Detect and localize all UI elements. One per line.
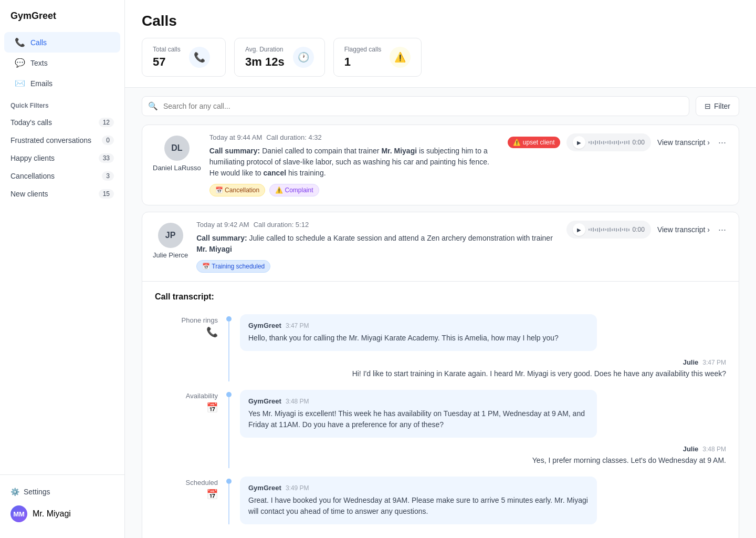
phone-rings-icon: 📞 [206,326,218,338]
view-transcript-daniel[interactable]: View transcript › [657,138,710,147]
warning-icon: ⚠️ [390,47,411,68]
caller-info-daniel: DL Daniel LaRusso [153,133,201,172]
call-card-header-daniel: DL Daniel LaRusso Today at 9:44 AM Call … [142,125,739,205]
search-icon: 🔍 [148,101,158,111]
user-name: Mr. Miyagi [33,509,71,519]
filter-label-happy: Happy clients [10,154,55,162]
step-line [228,322,229,381]
transcript-title: Call transcript: [155,292,726,302]
sidebar-item-calls[interactable]: 📞Calls [4,32,120,53]
msg-sender-gymgreet-1: GymGreet 3:47 PM [248,322,589,329]
filter-button[interactable]: ⊟ Filter [696,96,739,116]
avg-duration-value: 3m 12s [245,55,285,69]
filter-item-cancellations[interactable]: Cancellations3 [0,167,124,185]
summary-prefix-julie: Call summary: [196,234,247,242]
flagged-calls-label: Flagged calls [344,46,382,53]
filter-item-new-clients[interactable]: New clients15 [0,185,124,203]
view-transcript-julie[interactable]: View transcript › [657,225,710,234]
search-row: 🔍 ⊟ Filter [125,88,756,125]
avatar: MM [10,505,27,522]
msg-gymgreet-3: GymGreet 3:49 PM Great. I have booked yo… [240,477,597,524]
sidebar-nav: 📞Calls💬Texts✉️Emails [0,32,124,94]
msg-sender-gymgreet-2: GymGreet 3:48 PM [248,397,589,405]
gymgreet-label-2: GymGreet [248,397,281,405]
upset-badge: ⚠️ upset client [508,137,560,148]
caller-avatar-julie: JP [158,223,183,248]
call-tags-daniel: 📅 Cancellation ⚠️ Complaint [209,184,500,196]
call-meta-daniel: Today at 9:44 AM Call duration: 4:32 [209,133,500,141]
call-meta-julie: Today at 9:42 AM Call duration: 5:12 [196,221,558,229]
user-profile[interactable]: MM Mr. Miyagi [10,500,114,527]
filter-badge-new-clients: 15 [99,189,114,199]
filter-item-frustrated[interactable]: Frustrated conversations0 [0,131,124,149]
search-input-wrap: 🔍 [142,96,689,116]
total-calls-label: Total calls [153,46,181,53]
msg-gymgreet-2: GymGreet 3:48 PM Yes Mr. Miyagi is excel… [240,390,597,438]
sidebar-item-emails[interactable]: ✉️Emails [4,73,120,94]
call-time-julie: Today at 9:42 AM [196,221,249,229]
play-button-julie[interactable]: ▶ [573,223,585,236]
waveform-daniel [589,138,629,147]
avg-duration-card: Avg. Duration 3m 12s 🕐 [234,38,325,77]
sidebar-filters: Today's calls12Frustrated conversations0… [0,113,124,203]
sidebar-item-texts[interactable]: 💬Texts [4,53,120,73]
play-button-daniel[interactable]: ▶ [573,136,585,149]
nav-label-texts: Texts [30,59,48,67]
messages-phone-rings: GymGreet 3:47 PM Hello, thank you for ca… [240,314,726,381]
total-calls-card: Total calls 57 📞 [142,38,226,77]
gymgreet-label-3: GymGreet [248,484,281,492]
step-label-phone: Phone rings 📞 [155,314,218,381]
summary-prefix: Call summary: [209,147,260,155]
msg-user-sender-2: Julie 3:48 PM [240,445,726,453]
app-logo: GymGreet [0,11,124,32]
call-duration-daniel: Call duration: 4:32 [266,133,322,141]
filter-badge-todays-calls: 12 [99,118,114,127]
call-right-julie: ▶ 0:00 View transcript › ··· [566,221,728,239]
filter-badge-happy: 33 [99,153,114,163]
transcript-section: Call transcript: Phone rings 📞 [142,281,739,538]
calls-list: DL Daniel LaRusso Today at 9:44 AM Call … [125,125,756,538]
msg-text-gymgreet-2: Yes Mr. Miyagi is excellent! This week h… [248,408,589,430]
nav-icon-calls: 📞 [15,37,25,47]
call-summary-julie: Call summary: Julie called to schedule a… [196,233,558,255]
filter-icon: ⊟ [705,102,711,110]
gymgreet-label-1: GymGreet [248,322,281,329]
filter-label-cancellations: Cancellations [10,172,55,180]
more-button-daniel[interactable]: ··· [716,135,728,150]
tag-training: 📅 Training scheduled [196,260,270,273]
julie-label-2: Julie [683,445,699,453]
step-line-availability [226,390,232,468]
more-button-julie[interactable]: ··· [716,222,728,237]
availability-label: Availability [186,392,218,400]
step-dot-2 [226,392,232,397]
filter-label: Filter [714,102,730,110]
filter-item-happy[interactable]: Happy clients33 [0,149,124,167]
main-content: Calls Total calls 57 📞 Avg. Duration 3m … [125,0,756,538]
avg-duration-info: Avg. Duration 3m 12s [245,46,285,69]
julie-label-1: Julie [683,358,699,366]
stats-row: Total calls 57 📞 Avg. Duration 3m 12s 🕐 … [142,38,739,77]
search-input[interactable] [142,96,689,116]
caller-name-julie: Julie Pierce [153,251,188,259]
msg-user-sender-1: Julie 3:47 PM [240,358,726,366]
transcript-step-phone-rings: Phone rings 📞 GymGreet 3:47 PM [155,314,726,381]
filter-label-new-clients: New clients [10,190,48,198]
call-right-daniel: ⚠️ upset client ▶ 0:00 View transcript ›… [508,133,728,151]
audio-player-julie: ▶ 0:00 [566,221,651,239]
call-tags-julie: 📅 Training scheduled [196,260,558,273]
transcript-body: Phone rings 📞 GymGreet 3:47 PM [155,314,726,533]
call-card-julie: JP Julie Pierce Today at 9:42 AM Call du… [142,212,739,538]
msg-sender-gymgreet-3: GymGreet 3:49 PM [248,484,589,492]
call-card-header-julie: JP Julie Pierce Today at 9:42 AM Call du… [142,212,739,281]
call-details-julie: Today at 9:42 AM Call duration: 5:12 Cal… [196,221,558,273]
filter-item-todays-calls[interactable]: Today's calls12 [0,113,124,131]
availability-icon: 📅 [206,402,218,413]
transcript-step-scheduled: Scheduled 📅 GymGreet 3:49 PM [155,477,726,524]
settings-item[interactable]: ⚙️ Settings [10,483,114,500]
step-label-scheduled: Scheduled 📅 [155,477,218,524]
msg-time-gymgreet-3: 3:49 PM [286,484,309,492]
audio-player-daniel: ▶ 0:00 [566,133,651,151]
step-line-2 [228,397,229,468]
call-time-daniel: Today at 9:44 AM [209,133,262,141]
step-line-scheduled [226,477,232,524]
